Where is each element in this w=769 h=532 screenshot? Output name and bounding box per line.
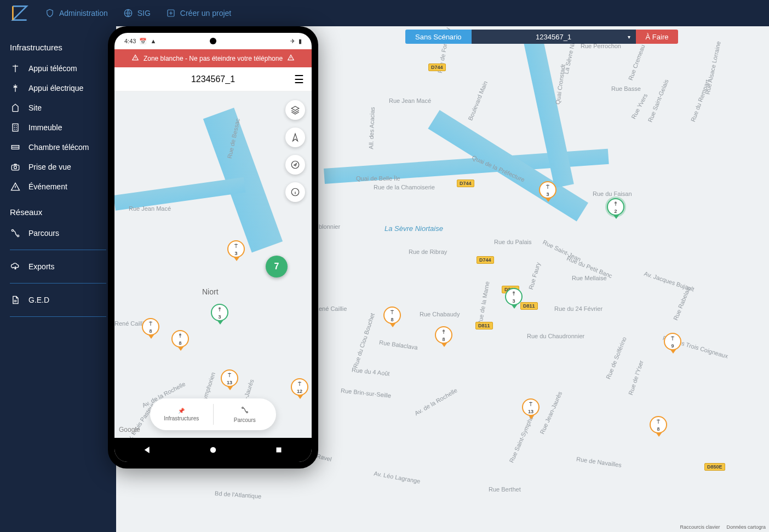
- sidebar-item-label: Site: [28, 103, 42, 112]
- nav-administration[interactable]: Administration: [45, 8, 108, 18]
- phone-time: 4:43: [124, 38, 136, 44]
- android-recent-button[interactable]: [274, 445, 284, 455]
- marker-count: 8: [657, 426, 659, 432]
- sidebar-item-parcours[interactable]: Parcours: [10, 223, 116, 243]
- scenario-chip[interactable]: Sans Scénario: [405, 30, 472, 44]
- google-logo: Google: [119, 426, 140, 433]
- road-label: Rue du Chaudronnier: [527, 333, 584, 339]
- marker-count: 3: [512, 298, 515, 304]
- road-label: Bd de l'Atlantique: [215, 490, 262, 500]
- phone-camera: [210, 38, 216, 44]
- map-marker[interactable]: 3: [505, 288, 524, 310]
- road-label: Rue du Clou Bouchet: [352, 312, 376, 368]
- sidebar-item-ged[interactable]: G.E.D: [10, 290, 116, 310]
- map-marker[interactable]: 8: [383, 307, 402, 328]
- marker-type-icon: [655, 418, 662, 426]
- marker-count: 3: [234, 251, 237, 256]
- map-marker[interactable]: 13: [221, 369, 239, 391]
- map-marker[interactable]: 2: [607, 198, 625, 220]
- status-chip[interactable]: À Faire: [636, 30, 679, 44]
- sidebar-item-label: G.E.D: [28, 296, 49, 304]
- phone-warning-banner: Zone blanche - Ne pas éteindre votre tél…: [114, 49, 312, 67]
- locate-button[interactable]: [285, 128, 305, 147]
- phone-parcours-tab[interactable]: Parcours: [214, 398, 277, 430]
- plus-square-icon: [166, 8, 176, 18]
- map-marker[interactable]: 13: [522, 398, 541, 420]
- cluster-count: 7: [274, 262, 279, 271]
- map-marker[interactable]: 8: [142, 318, 160, 340]
- nav-sig[interactable]: SIG: [123, 8, 151, 18]
- sidebar-item-evenement[interactable]: Événement: [10, 177, 116, 196]
- marker-type-icon: [147, 320, 154, 328]
- marker-count: 3: [546, 192, 549, 197]
- marker-type-icon: [216, 306, 223, 314]
- nav-create-project[interactable]: Créer un projet: [166, 8, 231, 18]
- android-home-button[interactable]: [208, 445, 218, 455]
- road-label: Rue du Palais: [494, 239, 532, 245]
- info-button[interactable]: [285, 182, 305, 202]
- map-marker[interactable]: 8: [171, 330, 190, 352]
- road-label: Boulevard Main: [467, 80, 489, 121]
- site-icon: [10, 102, 21, 113]
- hamburger-icon[interactable]: ☰: [294, 73, 304, 86]
- marker-type-icon: [669, 335, 676, 343]
- city-label: Niort: [202, 287, 219, 296]
- road-badge: D744: [428, 63, 446, 71]
- compass-button[interactable]: [285, 155, 305, 175]
- layers-button[interactable]: [285, 100, 305, 120]
- svg-point-6: [12, 229, 13, 231]
- map-marker[interactable]: 3: [539, 181, 558, 203]
- road-label: Rue de Ribray: [409, 248, 447, 255]
- road-badge: D744: [477, 256, 494, 264]
- phone-bottom-bar: 📌 Infrastructures Parcours: [150, 398, 276, 430]
- marker-type-icon: [612, 200, 619, 208]
- android-back-button[interactable]: [142, 445, 152, 455]
- phone-map[interactable]: Rue Jean Macé Rue de Bessac René Caillie…: [114, 91, 312, 438]
- marker-type-icon: [440, 328, 447, 336]
- road-label: Rue du Faisan: [593, 190, 632, 197]
- sidebar-item-prise-de-vue[interactable]: Prise de vue: [10, 157, 116, 177]
- project-selector[interactable]: 1234567_1▾: [472, 30, 636, 44]
- map-footer: Raccourcis clavier Données cartogra: [680, 524, 766, 530]
- footer-shortcuts[interactable]: Raccourcis clavier: [680, 524, 720, 530]
- phone-nav-bar: [114, 438, 312, 462]
- map-marker[interactable]: 3: [211, 304, 229, 326]
- sidebar-item-chambre-telecom[interactable]: Chambre télécom: [10, 137, 116, 157]
- sidebar-item-appui-electrique[interactable]: Appui électrique: [10, 78, 116, 98]
- road-badge: D811: [475, 322, 493, 329]
- route-icon: [10, 228, 21, 239]
- airplane-icon: ✈: [290, 38, 295, 45]
- marker-count: 9: [671, 343, 674, 349]
- cluster-marker[interactable]: 7: [266, 256, 288, 277]
- nav-sig-label: SIG: [137, 9, 151, 18]
- sidebar-item-appui-telecom[interactable]: Appui télécom: [10, 59, 116, 78]
- warning-icon: ▲: [150, 38, 156, 44]
- map-marker[interactable]: 9: [664, 333, 682, 355]
- marker-type-icon: [389, 309, 395, 316]
- sidebar-item-immeuble[interactable]: Immeuble: [10, 118, 116, 137]
- marker-count: 13: [227, 380, 232, 385]
- map-marker[interactable]: 12: [291, 378, 309, 400]
- map-marker[interactable]: 8: [435, 326, 454, 348]
- map-marker[interactable]: 3: [227, 240, 246, 262]
- sidebar-item-site[interactable]: Site: [10, 98, 116, 118]
- phone-infra-tab[interactable]: 📌 Infrastructures: [150, 398, 213, 430]
- sidebar-separator: [10, 250, 106, 250]
- marker-type-icon: [177, 332, 183, 340]
- chamber-icon: [10, 142, 21, 153]
- sidebar-infra-header: Infrastructures: [10, 43, 116, 52]
- marker-count: 8: [149, 328, 152, 334]
- marker-type-icon: [510, 290, 517, 298]
- svg-point-12: [210, 447, 216, 453]
- camera-icon: [10, 161, 21, 172]
- map-marker[interactable]: 8: [650, 416, 668, 438]
- road-label: Av. de la Rochelle: [414, 387, 458, 417]
- document-icon: [10, 294, 21, 305]
- road-badge: D744: [457, 180, 474, 187]
- svg-rect-13: [277, 448, 282, 453]
- globe-icon: [123, 8, 133, 18]
- road-label: Rue Chabaudy: [420, 311, 460, 317]
- warning-triangle-icon: [287, 54, 295, 63]
- sidebar-item-exports[interactable]: Exports: [10, 257, 116, 276]
- river-label: La Sèvre Niortaise: [384, 224, 443, 233]
